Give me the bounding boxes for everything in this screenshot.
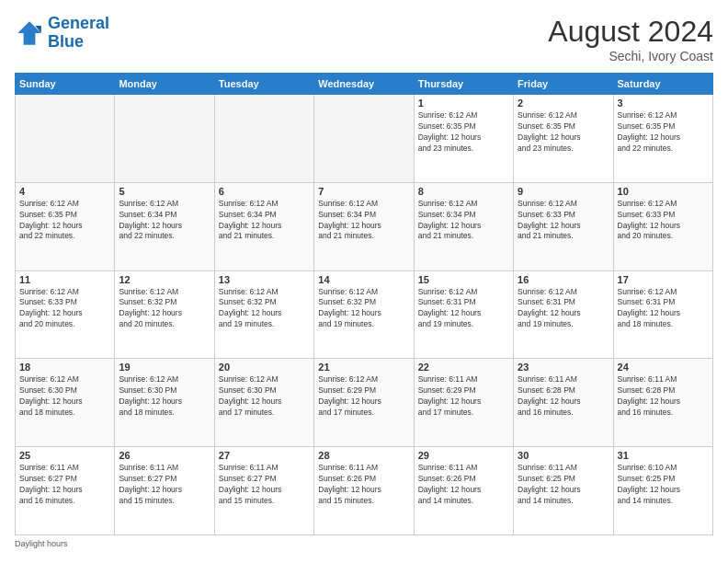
header: General Blue August 2024 Sechi, Ivory Co… [15,15,713,63]
calendar-cell: 15Sunrise: 6:12 AM Sunset: 6:31 PM Dayli… [414,270,513,359]
calendar-cell: 23Sunrise: 6:11 AM Sunset: 6:28 PM Dayli… [514,359,613,447]
calendar-cell: 21Sunrise: 6:12 AM Sunset: 6:29 PM Dayli… [314,359,414,447]
logo-text: General Blue [48,15,109,52]
day-info: Sunrise: 6:12 AM Sunset: 6:34 PM Dayligh… [418,199,509,243]
day-number: 20 [219,362,310,373]
day-info: Sunrise: 6:11 AM Sunset: 6:26 PM Dayligh… [318,463,409,507]
calendar-week-row: 25Sunrise: 6:11 AM Sunset: 6:27 PM Dayli… [16,447,713,535]
svg-marker-0 [17,21,41,45]
day-info: Sunrise: 6:12 AM Sunset: 6:31 PM Dayligh… [518,287,609,331]
day-number: 28 [318,450,409,461]
day-number: 3 [618,98,709,109]
day-number: 24 [618,362,709,373]
logo-line2: Blue [48,32,84,51]
day-number: 16 [518,274,609,285]
day-info: Sunrise: 6:12 AM Sunset: 6:31 PM Dayligh… [418,287,509,331]
weekday-header-saturday: Saturday [613,74,712,95]
day-number: 22 [418,362,509,373]
day-number: 13 [219,274,310,285]
day-number: 6 [219,186,310,197]
day-number: 5 [119,186,210,197]
calendar-week-row: 18Sunrise: 6:12 AM Sunset: 6:30 PM Dayli… [16,359,713,447]
day-number: 2 [518,98,609,109]
day-info: Sunrise: 6:10 AM Sunset: 6:25 PM Dayligh… [618,463,709,507]
calendar-cell: 7Sunrise: 6:12 AM Sunset: 6:34 PM Daylig… [314,182,414,270]
calendar-table: SundayMondayTuesdayWednesdayThursdayFrid… [15,73,713,535]
calendar-cell [115,95,214,183]
weekday-header-sunday: Sunday [16,74,115,95]
day-number: 26 [119,450,210,461]
weekday-header-tuesday: Tuesday [214,74,313,95]
day-info: Sunrise: 6:12 AM Sunset: 6:33 PM Dayligh… [618,199,709,243]
calendar-cell: 26Sunrise: 6:11 AM Sunset: 6:27 PM Dayli… [115,447,214,535]
calendar-cell: 4Sunrise: 6:12 AM Sunset: 6:35 PM Daylig… [16,182,115,270]
day-info: Sunrise: 6:12 AM Sunset: 6:35 PM Dayligh… [19,199,110,243]
daylight-label: Daylight hours [15,539,68,548]
day-info: Sunrise: 6:11 AM Sunset: 6:27 PM Dayligh… [219,463,310,507]
page: General Blue August 2024 Sechi, Ivory Co… [0,0,728,563]
title-block: August 2024 Sechi, Ivory Coast [548,15,713,63]
day-info: Sunrise: 6:12 AM Sunset: 6:30 PM Dayligh… [119,374,210,419]
calendar-cell [314,95,414,183]
logo-line1: General [48,14,109,32]
day-number: 27 [219,450,310,461]
calendar-cell: 13Sunrise: 6:12 AM Sunset: 6:32 PM Dayli… [214,270,313,359]
day-number: 1 [418,98,509,109]
month-year: August 2024 [548,15,713,49]
day-info: Sunrise: 6:12 AM Sunset: 6:34 PM Dayligh… [219,199,310,243]
day-info: Sunrise: 6:12 AM Sunset: 6:32 PM Dayligh… [219,287,310,331]
location: Sechi, Ivory Coast [548,49,713,63]
day-info: Sunrise: 6:12 AM Sunset: 6:32 PM Dayligh… [318,287,409,331]
day-info: Sunrise: 6:12 AM Sunset: 6:33 PM Dayligh… [518,199,609,243]
calendar-cell: 30Sunrise: 6:11 AM Sunset: 6:25 PM Dayli… [514,447,613,535]
calendar-cell: 12Sunrise: 6:12 AM Sunset: 6:32 PM Dayli… [115,270,214,359]
day-info: Sunrise: 6:12 AM Sunset: 6:33 PM Dayligh… [19,287,110,331]
calendar-cell: 3Sunrise: 6:12 AM Sunset: 6:35 PM Daylig… [613,95,712,183]
weekday-header-friday: Friday [514,74,613,95]
calendar-week-row: 11Sunrise: 6:12 AM Sunset: 6:33 PM Dayli… [16,270,713,359]
calendar-week-row: 1Sunrise: 6:12 AM Sunset: 6:35 PM Daylig… [16,95,713,183]
day-number: 19 [119,362,210,373]
calendar-cell [214,95,313,183]
day-info: Sunrise: 6:11 AM Sunset: 6:25 PM Dayligh… [518,463,609,507]
day-info: Sunrise: 6:12 AM Sunset: 6:35 PM Dayligh… [618,110,709,155]
day-info: Sunrise: 6:12 AM Sunset: 6:30 PM Dayligh… [219,374,310,419]
day-number: 29 [418,450,509,461]
day-info: Sunrise: 6:11 AM Sunset: 6:27 PM Dayligh… [119,463,210,507]
day-number: 11 [19,274,110,285]
calendar-cell: 28Sunrise: 6:11 AM Sunset: 6:26 PM Dayli… [314,447,414,535]
day-number: 23 [518,362,609,373]
calendar-cell: 22Sunrise: 6:11 AM Sunset: 6:29 PM Dayli… [414,359,513,447]
logo-icon [15,18,44,48]
calendar-cell: 31Sunrise: 6:10 AM Sunset: 6:25 PM Dayli… [613,447,712,535]
calendar-cell: 24Sunrise: 6:11 AM Sunset: 6:28 PM Dayli… [613,359,712,447]
calendar-cell: 14Sunrise: 6:12 AM Sunset: 6:32 PM Dayli… [314,270,414,359]
calendar-cell: 2Sunrise: 6:12 AM Sunset: 6:35 PM Daylig… [514,95,613,183]
calendar-cell: 29Sunrise: 6:11 AM Sunset: 6:26 PM Dayli… [414,447,513,535]
weekday-header-wednesday: Wednesday [314,74,414,95]
day-number: 15 [418,274,509,285]
calendar-cell [16,95,115,183]
calendar-cell: 16Sunrise: 6:12 AM Sunset: 6:31 PM Dayli… [514,270,613,359]
day-number: 25 [19,450,110,461]
calendar-cell: 5Sunrise: 6:12 AM Sunset: 6:34 PM Daylig… [115,182,214,270]
day-info: Sunrise: 6:12 AM Sunset: 6:32 PM Dayligh… [119,287,210,331]
calendar-cell: 8Sunrise: 6:12 AM Sunset: 6:34 PM Daylig… [414,182,513,270]
day-number: 7 [318,186,409,197]
day-number: 18 [19,362,110,373]
calendar-cell: 17Sunrise: 6:12 AM Sunset: 6:31 PM Dayli… [613,270,712,359]
calendar-cell: 27Sunrise: 6:11 AM Sunset: 6:27 PM Dayli… [214,447,313,535]
calendar-cell: 25Sunrise: 6:11 AM Sunset: 6:27 PM Dayli… [16,447,115,535]
calendar-cell: 18Sunrise: 6:12 AM Sunset: 6:30 PM Dayli… [16,359,115,447]
day-info: Sunrise: 6:11 AM Sunset: 6:29 PM Dayligh… [418,374,509,419]
day-info: Sunrise: 6:12 AM Sunset: 6:34 PM Dayligh… [119,199,210,243]
calendar-cell: 9Sunrise: 6:12 AM Sunset: 6:33 PM Daylig… [514,182,613,270]
day-info: Sunrise: 6:11 AM Sunset: 6:26 PM Dayligh… [418,463,509,507]
day-number: 9 [518,186,609,197]
day-number: 8 [418,186,509,197]
weekday-header-monday: Monday [115,74,214,95]
day-info: Sunrise: 6:12 AM Sunset: 6:31 PM Dayligh… [618,287,709,331]
day-info: Sunrise: 6:11 AM Sunset: 6:28 PM Dayligh… [618,374,709,419]
day-info: Sunrise: 6:11 AM Sunset: 6:27 PM Dayligh… [19,463,110,507]
calendar-cell: 11Sunrise: 6:12 AM Sunset: 6:33 PM Dayli… [16,270,115,359]
